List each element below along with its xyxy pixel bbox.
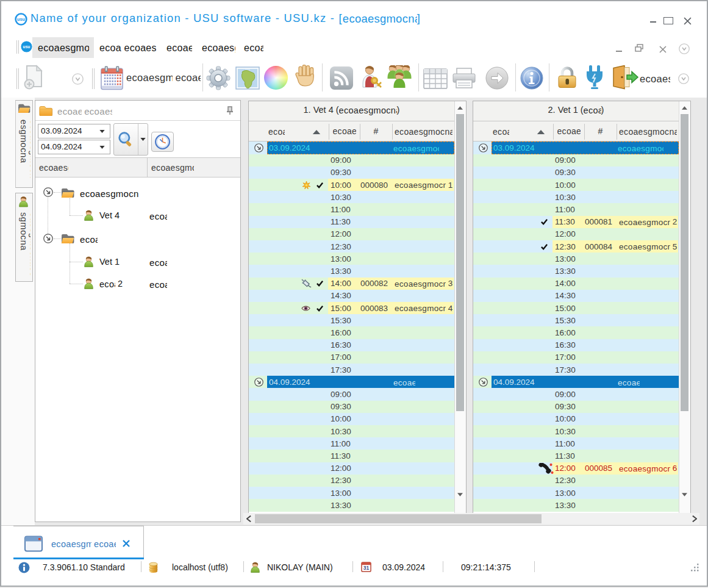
svg-text:usu: usu — [23, 45, 30, 49]
svg-text:usu: usu — [17, 16, 25, 22]
svg-text:31: 31 — [363, 565, 370, 571]
